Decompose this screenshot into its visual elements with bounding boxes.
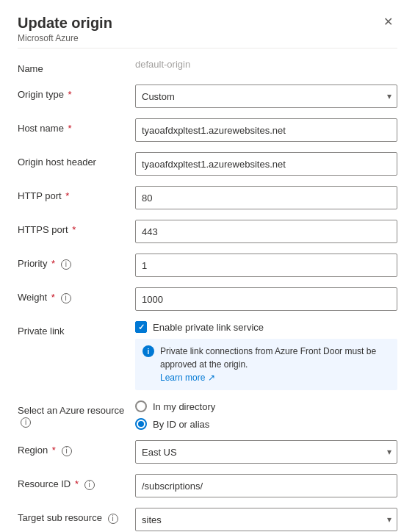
enable-private-link-label: Enable private link service <box>153 322 264 333</box>
in-my-directory-radio[interactable] <box>135 400 147 412</box>
origin-host-header-label: Origin host header <box>18 152 135 168</box>
panel-subtitle: Microsoft Azure <box>18 33 112 43</box>
learn-more-link[interactable]: Learn more ↗ <box>160 373 215 383</box>
name-field-wrapper: default-origin <box>135 59 397 70</box>
weight-row: Weight * i <box>18 287 397 311</box>
header-divider <box>18 48 397 48</box>
name-row: Name default-origin <box>18 59 397 74</box>
private-link-info-box: i Private link connections from Azure Fr… <box>135 339 397 390</box>
azure-resource-radio-group: In my directory By ID or alias <box>135 400 397 430</box>
https-port-label: HTTPS port * <box>18 220 135 235</box>
http-port-control <box>135 186 397 209</box>
region-select[interactable]: East US <box>135 440 397 464</box>
host-name-control <box>135 118 397 142</box>
name-label: Name <box>18 59 135 74</box>
by-id-or-alias-radio[interactable] <box>135 418 147 430</box>
weight-control <box>135 287 397 311</box>
resource-id-label: Resource ID * i <box>18 474 135 490</box>
select-azure-resource-label: Select an Azure resource i <box>18 400 135 428</box>
http-port-row: HTTP port * <box>18 186 397 209</box>
region-row: Region * i East US ▾ <box>18 440 397 464</box>
https-port-input[interactable] <box>135 220 397 243</box>
private-link-control: ✓ Enable private link service i Private … <box>135 321 397 390</box>
target-sub-resource-select[interactable]: sites <box>135 508 397 531</box>
azure-resource-control: In my directory By ID or alias <box>135 400 397 430</box>
info-circle-icon: i <box>142 345 154 357</box>
panel-header: Update origin Microsoft Azure ✕ <box>18 15 397 43</box>
external-link-icon: ↗ <box>208 373 215 383</box>
origin-type-label: Origin type * <box>18 85 135 100</box>
priority-required: * <box>51 258 55 269</box>
region-label: Region * i <box>18 440 135 456</box>
target-sub-resource-label: Target sub resource i <box>18 508 135 524</box>
priority-label: Priority * i <box>18 254 135 270</box>
by-id-or-alias-label: By ID or alias <box>153 419 209 430</box>
weight-info-icon[interactable]: i <box>61 293 71 303</box>
priority-info-icon[interactable]: i <box>61 259 71 270</box>
target-sub-resource-row: Target sub resource i sites ▾ <box>18 508 397 531</box>
origin-type-control: Custom ▾ <box>135 85 397 108</box>
origin-type-select-wrapper: Custom ▾ <box>135 85 397 108</box>
priority-control <box>135 254 397 277</box>
https-port-required: * <box>72 224 76 235</box>
origin-host-header-row: Origin host header <box>18 152 397 176</box>
by-id-or-alias-row: By ID or alias <box>135 418 397 430</box>
weight-input[interactable] <box>135 287 397 311</box>
target-sub-resource-info-icon[interactable]: i <box>108 514 118 524</box>
target-sub-resource-control: sites ▾ <box>135 508 397 531</box>
resource-id-row: Resource ID * i <box>18 474 397 497</box>
http-port-required: * <box>65 190 69 201</box>
name-value: default-origin <box>135 54 190 70</box>
weight-label: Weight * i <box>18 287 135 303</box>
resource-id-info-icon[interactable]: i <box>84 480 95 490</box>
priority-row: Priority * i <box>18 254 397 277</box>
https-port-control <box>135 220 397 243</box>
host-name-input[interactable] <box>135 118 397 142</box>
region-info-icon[interactable]: i <box>62 446 72 456</box>
priority-input[interactable] <box>135 254 397 277</box>
radio-selected-indicator <box>138 421 144 427</box>
http-port-input[interactable] <box>135 186 397 209</box>
origin-type-required: * <box>68 89 72 100</box>
private-link-row: Private link ✓ Enable private link servi… <box>18 321 397 390</box>
azure-resource-info-icon[interactable]: i <box>21 417 31 428</box>
origin-host-header-input[interactable] <box>135 152 397 176</box>
target-sub-resource-select-wrapper: sites ▾ <box>135 508 397 531</box>
resource-id-control <box>135 474 397 497</box>
private-link-info-text: Private link connections from Azure Fron… <box>160 345 390 384</box>
checkmark-icon: ✓ <box>138 323 145 332</box>
weight-required: * <box>51 292 55 303</box>
region-required: * <box>52 445 56 456</box>
select-azure-resource-row: Select an Azure resource i In my directo… <box>18 400 397 430</box>
resource-id-input[interactable] <box>135 474 397 497</box>
header-text: Update origin Microsoft Azure <box>18 15 112 43</box>
origin-type-row: Origin type * Custom ▾ <box>18 85 397 108</box>
host-name-required: * <box>68 123 72 134</box>
update-origin-panel: Update origin Microsoft Azure ✕ Name def… <box>0 0 415 532</box>
host-name-row: Host name * <box>18 118 397 142</box>
in-my-directory-label: In my directory <box>153 401 215 412</box>
resource-id-required: * <box>75 478 79 489</box>
origin-host-header-control <box>135 152 397 176</box>
close-button[interactable]: ✕ <box>379 15 397 29</box>
http-port-label: HTTP port * <box>18 186 135 201</box>
in-my-directory-row: In my directory <box>135 400 397 412</box>
region-select-wrapper: East US ▾ <box>135 440 397 464</box>
host-name-label: Host name * <box>18 118 135 134</box>
https-port-row: HTTPS port * <box>18 220 397 243</box>
panel-title: Update origin <box>18 15 112 32</box>
private-link-label: Private link <box>18 321 135 337</box>
enable-private-link-checkbox[interactable]: ✓ <box>135 321 147 333</box>
region-control: East US ▾ <box>135 440 397 464</box>
enable-private-link-row: ✓ Enable private link service <box>135 321 397 333</box>
origin-type-select[interactable]: Custom <box>135 85 397 108</box>
